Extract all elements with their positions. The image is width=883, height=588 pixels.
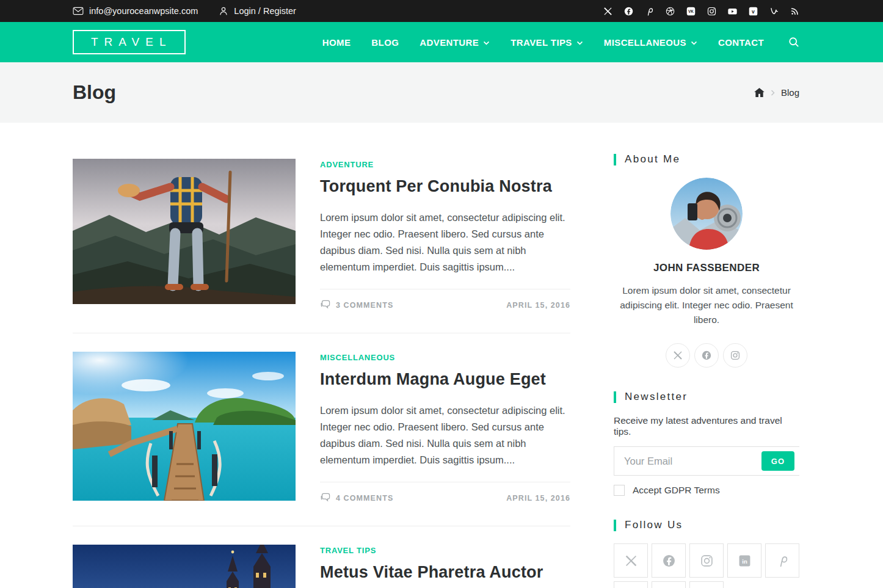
topbar: info@youroceanwpsite.com Login / Registe…	[0, 0, 883, 22]
widget-accent-bar	[614, 520, 616, 531]
search-icon[interactable]	[788, 37, 799, 48]
chevron-down-icon	[576, 40, 583, 45]
post-excerpt: Lorem ipsum dolor sit amet, consectetur …	[320, 402, 570, 468]
x-icon[interactable]	[614, 543, 648, 578]
rss-icon[interactable]	[790, 6, 799, 16]
nav-item-miscellaneous[interactable]: MISCELLANEOUS	[604, 37, 697, 48]
breadcrumb-current: Blog	[781, 87, 799, 98]
vk-icon[interactable]: VK	[686, 6, 696, 16]
post-hiker: ADVENTURE Torquent Per Conubia Nostra Lo…	[73, 159, 570, 311]
nav-item-adventure[interactable]: ADVENTURE	[420, 37, 490, 48]
comments-count: 4 COMMENTS	[336, 494, 393, 503]
nav-item-home[interactable]: HOME	[322, 37, 351, 48]
breadcrumb: Blog	[754, 87, 799, 98]
widget-accent-bar	[614, 391, 616, 403]
topbar-social: VK v	[603, 6, 799, 16]
instagram-icon[interactable]	[689, 543, 724, 578]
nav-label: MISCELLANEOUS	[604, 37, 686, 48]
vine-icon[interactable]	[769, 6, 779, 16]
post-date: APRIL 15, 2016	[506, 301, 570, 310]
widget-about-me: About Me	[614, 153, 799, 368]
topbar-login-register[interactable]: Login / Register	[219, 6, 296, 16]
topbar-login-text[interactable]: Login / Register	[234, 6, 296, 16]
site-header: TRAVEL HOME BLOG ADVENTURE TRAVEL TIPS M…	[0, 22, 883, 62]
vine-icon[interactable]	[614, 581, 648, 588]
author-name: JOHN FASSBENDER	[614, 262, 799, 274]
newsletter-form: GO	[614, 446, 799, 476]
page-title: Blog	[73, 81, 116, 104]
chevron-right-icon	[771, 90, 775, 96]
post-category[interactable]: ADVENTURE	[320, 160, 570, 169]
home-icon[interactable]	[754, 88, 765, 97]
post-date: APRIL 15, 2016	[506, 494, 570, 503]
post-category[interactable]: MISCELLANEOUS	[320, 353, 570, 362]
gdpr-label: Accept GDPR Terms	[633, 485, 720, 496]
post-title[interactable]: Torquent Per Conubia Nostra	[320, 177, 570, 196]
linkedin-icon[interactable]: in	[727, 543, 761, 578]
post-title[interactable]: Metus Vitae Pharetra Auctor	[320, 563, 570, 582]
facebook-icon[interactable]	[694, 343, 719, 368]
svg-text:in: in	[742, 557, 747, 564]
newsletter-go-button[interactable]: GO	[761, 451, 794, 471]
post-divider	[73, 526, 570, 526]
widget-follow-us: Follow Us in	[614, 519, 799, 588]
avatar	[670, 178, 743, 250]
rss-icon[interactable]	[689, 581, 724, 588]
vimeo-icon[interactable]: v	[748, 6, 758, 16]
comments-link[interactable]: 3 COMMENTS	[320, 300, 393, 311]
site-logo[interactable]: TRAVEL	[73, 30, 186, 54]
post-divider	[73, 333, 570, 333]
user-icon	[219, 6, 228, 16]
nav-label: TRAVEL TIPS	[511, 37, 572, 48]
pinterest-icon[interactable]	[765, 543, 799, 578]
post-thumbnail-bridge[interactable]	[73, 545, 296, 588]
instagram-icon[interactable]	[707, 6, 716, 16]
widget-title-text: Follow Us	[625, 519, 683, 531]
newsletter-description: Receive my latest adventures and travel …	[614, 415, 799, 437]
youtube-icon[interactable]	[727, 6, 737, 16]
chevron-down-icon	[691, 40, 697, 45]
blog-post-list: ADVENTURE Torquent Per Conubia Nostra Lo…	[73, 123, 570, 588]
widget-title-text: Newsletter	[625, 391, 688, 403]
nav-label: CONTACT	[718, 37, 764, 48]
facebook-icon[interactable]	[623, 6, 633, 16]
pinterest-icon[interactable]	[644, 6, 654, 16]
page-header: Blog Blog	[0, 62, 883, 123]
page: info@youroceanwpsite.com Login / Registe…	[0, 0, 883, 588]
gdpr-checkbox[interactable]	[614, 485, 625, 496]
sidebar: About Me	[614, 123, 799, 588]
post-pier: MISCELLANEOUS Interdum Magna Augue Eget …	[73, 352, 570, 504]
post-meta: 3 COMMENTS APRIL 15, 2016	[320, 289, 570, 311]
author-bio: Lorem ipsum dolor sit amet, consectetur …	[614, 283, 799, 327]
content-area: ADVENTURE Torquent Per Conubia Nostra Lo…	[73, 123, 799, 588]
follow-grid: in	[614, 543, 799, 588]
nav-label: ADVENTURE	[420, 37, 479, 48]
widget-newsletter: Newsletter Receive my latest adventures …	[614, 391, 799, 496]
x-icon[interactable]	[666, 343, 690, 368]
topbar-email-text[interactable]: info@youroceanwpsite.com	[89, 6, 198, 16]
post-thumbnail-hiker[interactable]	[73, 159, 296, 304]
post-bridge: TRAVEL TIPS Metus Vitae Pharetra Auctor	[73, 545, 570, 588]
dribbble-icon[interactable]	[665, 6, 675, 16]
post-thumbnail-pier[interactable]	[73, 352, 296, 501]
envelope-icon	[73, 7, 84, 15]
post-category[interactable]: TRAVEL TIPS	[320, 546, 570, 555]
nav-item-contact[interactable]: CONTACT	[718, 37, 764, 48]
post-excerpt: Lorem ipsum dolor sit amet, consectetur …	[320, 209, 570, 275]
topbar-email[interactable]: info@youroceanwpsite.com	[73, 6, 198, 16]
main-nav: HOME BLOG ADVENTURE TRAVEL TIPS MISCELLA…	[322, 37, 799, 48]
comment-bubble-icon	[320, 300, 330, 311]
comment-bubble-icon	[320, 493, 330, 504]
youtube-icon[interactable]	[652, 581, 686, 588]
chevron-down-icon	[483, 40, 490, 45]
nav-item-travel-tips[interactable]: TRAVEL TIPS	[511, 37, 583, 48]
post-title[interactable]: Interdum Magna Augue Eget	[320, 370, 570, 389]
facebook-icon[interactable]	[652, 543, 686, 578]
svg-text:v: v	[752, 8, 755, 14]
comments-link[interactable]: 4 COMMENTS	[320, 493, 393, 504]
instagram-icon[interactable]	[723, 343, 747, 368]
nav-item-blog[interactable]: BLOG	[371, 37, 399, 48]
about-social	[614, 343, 799, 368]
x-icon[interactable]	[603, 6, 612, 16]
svg-text:VK: VK	[688, 9, 694, 13]
